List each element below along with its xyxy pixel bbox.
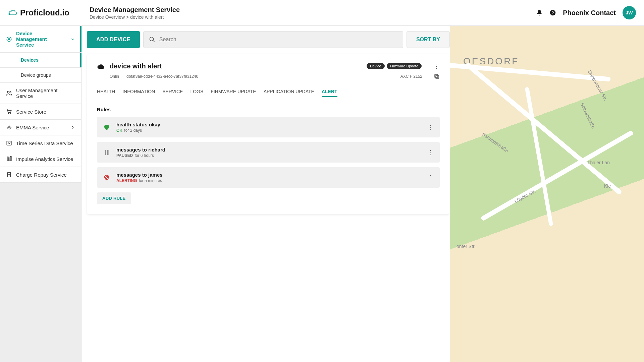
rules-heading: Rules	[97, 107, 440, 112]
brand-logo[interactable]: Proficloud.io	[8, 8, 90, 17]
help-icon[interactable]: ?	[549, 9, 556, 16]
chevron-down-icon	[70, 37, 75, 42]
sort-by-button[interactable]: SORT BY	[407, 31, 450, 48]
nav-user-mgmt[interactable]: User Management Service	[0, 83, 81, 104]
svg-point-7	[8, 127, 10, 128]
nav-tsd[interactable]: Time Series Data Service	[0, 135, 81, 151]
device-card: device with alert Device Firmware Update…	[87, 54, 450, 214]
rule-row: messages to james ALERTING for 5 minutes	[97, 167, 440, 188]
nav-label: Impulse Analytics Service	[16, 156, 73, 162]
tab-application[interactable]: APPLICATION UPDATE	[264, 89, 314, 97]
nav-device-groups[interactable]: Device groups	[0, 68, 81, 83]
topbar: Proficloud.io Device Management Service …	[0, 0, 644, 26]
pause-icon	[103, 149, 110, 156]
nav-label: Charge Repay Service	[16, 172, 67, 178]
rule-name: messages to richard	[116, 147, 165, 153]
nav-device-mgmt[interactable]: Device Management Service	[0, 26, 81, 53]
svg-point-13	[150, 37, 153, 41]
device-tabs: HEALTH INFORMATION SERVICE LOGS FIRMWARE…	[97, 89, 440, 97]
rule-row: health status okay OK for 2 days	[97, 117, 440, 137]
nav-service-store[interactable]: Service Store	[0, 104, 81, 120]
cloud-icon	[97, 62, 105, 70]
nav-label: Time Series Data Service	[16, 140, 73, 146]
rule-status: ALERTING	[116, 178, 137, 183]
svg-rect-10	[9, 158, 10, 161]
nav-label: EMMA Service	[16, 125, 49, 130]
rule-name: health status okay	[116, 122, 160, 127]
rule-duration: for 5 minutes	[139, 178, 162, 183]
device-status: Onlin	[110, 74, 119, 79]
nav-label: Device Management Service	[16, 31, 63, 48]
svg-point-4	[7, 91, 9, 93]
map-panel[interactable]: OESDORF Bahnhofstraße Lügder Str. Solbad…	[450, 26, 644, 362]
svg-rect-17	[107, 150, 109, 155]
timeseries-icon	[6, 140, 12, 146]
heart-ok-icon	[103, 124, 110, 131]
badge-firmware: Firmware Update	[387, 63, 422, 69]
road-label: Thaler Lan	[587, 160, 610, 165]
tenant-name: Phoenix Contact	[563, 9, 616, 17]
rule-status: OK	[116, 128, 122, 133]
rule-menu-icon[interactable]	[427, 124, 434, 131]
device-menu-icon[interactable]	[433, 63, 440, 69]
charge-icon	[6, 172, 12, 178]
rule-status: PAUSED	[116, 153, 133, 158]
tab-firmware[interactable]: FIRMWARE UPDATE	[211, 89, 256, 97]
rule-duration: for 6 hours	[135, 153, 154, 158]
svg-point-5	[8, 113, 9, 114]
tab-service[interactable]: SERVICE	[162, 89, 183, 97]
road-label: Dringenauer Str.	[587, 69, 609, 102]
sidebar: Device Management Service Devices Device…	[0, 26, 82, 362]
breadcrumb: Device Overview > device with alert	[90, 14, 180, 20]
user-avatar[interactable]: JW	[623, 6, 636, 19]
tab-health[interactable]: HEALTH	[97, 89, 115, 97]
badge-device: Device	[367, 63, 385, 69]
rule-name: messages to james	[116, 172, 163, 178]
toolbar: ADD DEVICE SORT BY	[87, 31, 450, 48]
road-label: Bahnhofstraße	[481, 131, 509, 154]
add-rule-button[interactable]: ADD RULE	[97, 192, 131, 204]
impulse-icon	[6, 156, 12, 162]
emma-icon	[6, 124, 12, 130]
device-uuid: dbfaf3a9-cdd4-4432-a4cc-7af37f931240	[126, 74, 198, 79]
cart-icon	[6, 109, 12, 115]
nav-impulse[interactable]: Impulse Analytics Service	[0, 151, 81, 167]
nav-label: Device groups	[21, 72, 51, 78]
tab-logs[interactable]: LOGS	[190, 89, 203, 97]
bell-icon[interactable]	[536, 9, 543, 16]
svg-point-3	[8, 38, 10, 40]
device-name: device with alert	[110, 62, 162, 70]
chevron-right-icon	[70, 125, 75, 130]
rule-duration: for 2 days	[124, 128, 142, 133]
nav-label: Service Store	[16, 109, 46, 115]
rule-menu-icon[interactable]	[427, 149, 434, 156]
svg-rect-16	[105, 150, 106, 155]
svg-rect-9	[7, 157, 8, 161]
users-icon	[6, 90, 12, 96]
device-model: AXC F 2152	[400, 74, 422, 79]
road-label: Kle	[604, 183, 611, 189]
brand-name: Proficloud.io	[20, 8, 69, 17]
road-label: onter Str.	[457, 244, 476, 249]
road-label: Solbadstraße	[580, 102, 596, 129]
svg-point-6	[10, 113, 11, 114]
search-input[interactable]	[159, 37, 397, 43]
nav-emma[interactable]: EMMA Service	[0, 120, 81, 135]
tab-information[interactable]: INFORMATION	[122, 89, 155, 97]
tab-alert[interactable]: ALERT	[322, 89, 337, 97]
device-mgmt-icon	[6, 36, 12, 42]
copy-icon[interactable]	[434, 73, 440, 79]
nav-charge-repay[interactable]: Charge Repay Service	[0, 167, 81, 183]
svg-rect-11	[10, 157, 11, 161]
add-device-button[interactable]: ADD DEVICE	[87, 31, 140, 48]
search-icon	[149, 36, 155, 43]
cloud-logo-icon	[8, 8, 17, 17]
topbar-actions: ? Phoenix Contact JW	[536, 6, 636, 19]
search-field[interactable]	[143, 31, 403, 48]
nav-devices[interactable]: Devices	[0, 53, 81, 68]
page-header: Device Management Service Device Overvie…	[90, 6, 180, 20]
svg-rect-14	[436, 75, 439, 78]
svg-text:?: ?	[552, 10, 554, 15]
heart-alert-icon	[103, 174, 110, 181]
rule-menu-icon[interactable]	[427, 174, 434, 181]
